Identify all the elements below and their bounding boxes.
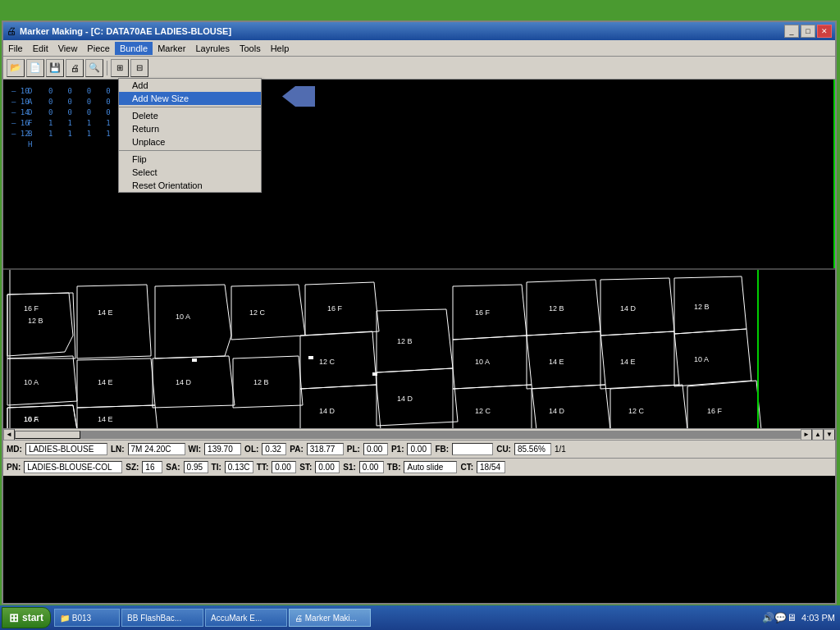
svg-marker-45 — [532, 385, 610, 428]
svg-marker-3 — [7, 356, 77, 405]
minimize-button[interactable]: _ — [784, 25, 799, 38]
svg-text:14 D: 14 D — [319, 407, 336, 415]
ol-value[interactable] — [262, 443, 286, 455]
menu-piece[interactable]: Piece — [82, 42, 115, 55]
pl-value[interactable] — [363, 443, 388, 455]
menu-edit[interactable]: Edit — [28, 42, 53, 55]
tt-value[interactable] — [272, 461, 296, 473]
pn-value[interactable] — [24, 461, 122, 473]
scroll-track[interactable] — [15, 431, 801, 439]
svg-text:12 B: 12 B — [397, 337, 413, 345]
toolbar-open[interactable]: 📂 — [7, 59, 25, 77]
taskbar-item-accumark[interactable]: AccuMark E... — [205, 609, 287, 627]
sz-value[interactable] — [142, 461, 162, 473]
fb-value[interactable] — [452, 443, 493, 455]
toolbar-extra2[interactable]: ⊟ — [130, 59, 148, 77]
svg-text:16 F: 16 F — [24, 304, 39, 313]
taskbar-item-flashback[interactable]: BB FlashBac... — [121, 609, 203, 627]
menu-option-add[interactable]: Add — [119, 79, 261, 92]
menu-view[interactable]: View — [53, 42, 83, 55]
svg-text:14 D: 14 D — [549, 407, 565, 415]
shape-arrow — [282, 86, 315, 107]
piece-row: — 10 — [11, 97, 30, 107]
svg-text:12 C: 12 C — [319, 358, 336, 366]
st-value[interactable] — [315, 461, 340, 473]
toolbar-new[interactable]: 📄 — [26, 59, 44, 77]
menu-option-add-new-size[interactable]: Add New Size — [119, 92, 261, 105]
menu-help[interactable]: Help — [266, 42, 294, 55]
menu-bundle[interactable]: Bundle — [115, 42, 153, 55]
svg-marker-15 — [155, 285, 231, 358]
svg-marker-23 — [231, 285, 305, 340]
toolbar: 📂 📄 💾 🖨 🔍 ⊞ ⊟ — [3, 57, 835, 80]
svg-rect-61 — [308, 356, 313, 359]
svg-text:14 D: 14 D — [176, 378, 192, 386]
taskbar-item-marker[interactable]: 🖨 Marker Maki... — [289, 609, 371, 627]
svg-text:16 F: 16 F — [327, 304, 343, 313]
start-label: start — [22, 612, 43, 623]
scroll-bar-area: ◄ ► ▲ ▼ — [3, 428, 835, 440]
ti-value[interactable] — [225, 461, 253, 473]
piece-letter: D — [28, 86, 32, 97]
piece-row: — 10 — [11, 86, 30, 97]
svg-text:12 C: 12 C — [249, 308, 266, 317]
piece-letter: F — [28, 118, 32, 129]
menu-option-unplace[interactable]: Unplace — [119, 135, 261, 148]
menu-tools[interactable]: Tools — [235, 42, 266, 55]
sa-value[interactable] — [184, 461, 208, 473]
toolbar-extra1[interactable]: ⊞ — [111, 59, 129, 77]
scroll-down-button[interactable]: ▼ — [824, 429, 835, 441]
menu-option-return[interactable]: Return — [119, 122, 261, 135]
tt-label: TT: — [257, 463, 268, 472]
ln-value[interactable] — [128, 443, 185, 455]
cu-label: CU: — [496, 445, 511, 454]
scroll-thumb[interactable] — [15, 431, 80, 439]
close-button[interactable]: ✕ — [817, 25, 832, 38]
menu-option-reset-orientation[interactable]: Reset Orientation — [119, 179, 261, 192]
ol-label: OL: — [244, 445, 258, 454]
taskbar: ⊞ start 📁 B013 BB FlashBac... AccuMark E… — [0, 605, 840, 630]
p1-value[interactable] — [407, 443, 431, 455]
svg-text:14 E: 14 E — [620, 358, 636, 366]
menu-option-delete[interactable]: Delete — [119, 109, 261, 122]
num-col: 00011 — [106, 86, 110, 139]
menu-option-flip[interactable]: Flip — [119, 153, 261, 166]
svg-marker-33 — [377, 368, 458, 426]
start-button[interactable]: ⊞ start — [2, 607, 51, 628]
ct-value[interactable] — [477, 461, 505, 473]
piece-row: — 14 — [11, 107, 30, 118]
svg-marker-11 — [77, 358, 155, 408]
menu-marker[interactable]: Marker — [153, 42, 190, 55]
pa-value[interactable] — [307, 443, 344, 455]
taskbar-item-b013[interactable]: 📁 B013 — [54, 609, 120, 627]
pl-label: PL: — [347, 445, 360, 454]
toolbar-zoom[interactable]: 🔍 — [85, 59, 103, 77]
svg-marker-57 — [687, 381, 761, 428]
piece-letter: D — [28, 107, 32, 118]
ct-label: CT: — [460, 463, 473, 472]
maximize-button[interactable]: □ — [801, 25, 815, 38]
sa-label: SA: — [166, 463, 180, 472]
wi-value[interactable] — [204, 443, 241, 455]
scroll-up-button[interactable]: ▲ — [812, 429, 824, 441]
menu-file[interactable]: File — [3, 42, 28, 55]
menu-option-select[interactable]: Select — [119, 166, 261, 179]
s1-value[interactable] — [359, 461, 384, 473]
s1-label: S1: — [343, 463, 356, 472]
svg-marker-7 — [7, 405, 77, 428]
menu-layrules[interactable]: Layrules — [190, 42, 235, 55]
md-value[interactable] — [25, 443, 107, 455]
svg-marker-49 — [600, 331, 679, 389]
toolbar-save[interactable]: 💾 — [46, 59, 64, 77]
status-bar-1: MD: LN: WI: OL: PA: PL: P1: FB: CU: 1/1 — [3, 440, 835, 458]
scroll-right-button[interactable]: ► — [801, 429, 812, 441]
svg-marker-27 — [300, 385, 381, 428]
svg-text:14 E: 14 E — [98, 308, 113, 317]
scroll-left-button[interactable]: ◄ — [3, 429, 15, 441]
toolbar-print[interactable]: 🖨 — [66, 59, 84, 77]
svg-text:12 B: 12 B — [253, 378, 269, 386]
cu-value[interactable] — [514, 443, 551, 455]
wi-label: WI: — [189, 445, 202, 454]
tb-value[interactable] — [404, 461, 457, 473]
status-bar-2: PN: SZ: SA: TI: TT: ST: S1: TB: CT: — [3, 458, 835, 476]
